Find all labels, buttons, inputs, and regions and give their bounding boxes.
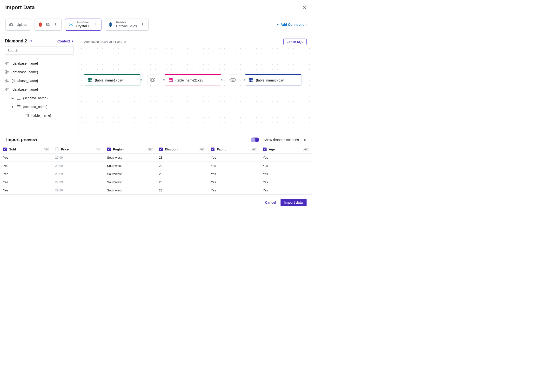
add-connection-button[interactable]: ▼ Add Connection: [277, 23, 306, 27]
search-input[interactable]: [5, 47, 74, 55]
close-icon[interactable]: ✕: [302, 5, 306, 10]
snowflake-card[interactable]: Snowflake Crystal 1 ⋮: [65, 19, 101, 31]
column-header[interactable]: DiscountABC: [156, 145, 208, 154]
table-cell: Yes: [208, 154, 260, 162]
column-header[interactable]: FabricABC: [208, 145, 260, 154]
kebab-icon[interactable]: ⋮: [92, 23, 98, 27]
connector: [140, 75, 165, 85]
column-header[interactable]: RegionABC: [104, 145, 156, 154]
table-cell: Yes: [260, 178, 312, 186]
table-cell: Yes: [260, 170, 312, 178]
svg-rect-22: [7, 89, 9, 90]
flow-node-label: {table_name1}.csv: [95, 78, 123, 82]
canvas[interactable]: Autosaved 8/9/21 at 11:34 AM Edit in SQL…: [79, 34, 312, 133]
flow-node-label: {table_name3}.csv: [256, 78, 284, 82]
svg-rect-6: [5, 64, 7, 65]
refresh-icon[interactable]: ⟳: [29, 39, 33, 43]
svg-rect-21: [5, 90, 7, 91]
table-cell: Yes: [0, 162, 52, 170]
flow-node[interactable]: {table_name2}.csv: [165, 74, 221, 86]
join-node[interactable]: [228, 75, 238, 85]
svg-rect-47: [250, 78, 253, 82]
svg-rect-10: [5, 70, 7, 72]
database-item[interactable]: {database_name}: [5, 77, 74, 85]
table-cell: 29.99: [52, 154, 104, 162]
svg-rect-5: [5, 62, 7, 63]
column-checkbox[interactable]: [55, 147, 59, 151]
table-icon: [249, 78, 253, 82]
column-header[interactable]: AgeABC: [260, 145, 312, 154]
schema-item[interactable]: ▼ {schema_name}: [5, 102, 74, 111]
snowflake-big-label: Crystal 1: [76, 24, 90, 28]
flow-row: {table_name1}.csv {table_name2}.csv: [84, 74, 306, 86]
column-checkbox[interactable]: [159, 147, 163, 151]
table-cell: Yes: [208, 170, 260, 178]
column-header[interactable]: PriceABC: [52, 145, 104, 154]
column-checkbox[interactable]: [3, 147, 7, 151]
svg-rect-20: [5, 88, 7, 89]
database-tree-icon: [5, 87, 9, 92]
footer: Cancel Import data: [0, 195, 312, 210]
column-name: Price: [61, 147, 69, 151]
upload-card[interactable]: Upload: [5, 19, 31, 31]
column-name: Region: [113, 147, 124, 151]
column-checkbox[interactable]: [107, 147, 111, 151]
caret-right-icon: ▶: [11, 97, 14, 100]
table-cell: 23: [156, 162, 208, 170]
table-cell: 23: [156, 170, 208, 178]
table-item[interactable]: {table_name}: [5, 111, 74, 120]
table-cell: Yes: [0, 170, 52, 178]
table-cell: Southwest: [104, 178, 156, 186]
kebab-icon[interactable]: ⋮: [53, 23, 58, 27]
context-dropdown[interactable]: Context ▼: [57, 39, 74, 43]
database-item[interactable]: {database_name}: [5, 85, 74, 94]
table-cell: Southwest: [104, 170, 156, 178]
upload-label: Upload: [17, 23, 27, 27]
column-checkbox[interactable]: [211, 147, 215, 151]
flow-node[interactable]: {table_name1}.csv: [84, 74, 140, 86]
redshift-small-label: Redshift: [116, 21, 137, 24]
titlebar: Import Data ✕: [0, 0, 312, 15]
table-cell: 23: [156, 154, 208, 162]
table-cell: Southwest: [104, 162, 156, 170]
svg-rect-16: [5, 81, 7, 83]
table-cell: 29.99: [52, 162, 104, 170]
column-type: ABC: [199, 148, 205, 151]
kebab-icon[interactable]: ⋮: [140, 23, 145, 27]
database-item[interactable]: {database_name}: [5, 68, 74, 77]
flow-node[interactable]: {table_name3}.csv: [245, 74, 301, 86]
s3-card[interactable]: S3 ⋮: [34, 19, 62, 31]
table-cell: Yes: [0, 178, 52, 186]
cancel-button[interactable]: Cancel: [265, 201, 276, 204]
page-title: Import Data: [5, 4, 35, 11]
column-name: Age: [269, 147, 275, 151]
flow-node-label: {table_name2}.csv: [175, 78, 203, 82]
collapse-icon[interactable]: [303, 138, 306, 141]
svg-rect-35: [89, 78, 92, 82]
join-node[interactable]: [147, 75, 158, 85]
schema-label: {schema_name}: [23, 96, 48, 100]
table-cell: Yes: [260, 154, 312, 162]
svg-rect-12: [7, 71, 9, 73]
database-label: {database_name}: [12, 70, 38, 74]
column-header[interactable]: SoldABC: [0, 145, 52, 154]
schema-item[interactable]: ▶ {schema_name}: [5, 94, 74, 102]
table-cell: Southwest: [104, 154, 156, 162]
show-dropped-toggle[interactable]: [251, 137, 259, 142]
column-checkbox[interactable]: [263, 147, 267, 151]
connector: [221, 75, 245, 85]
database-item[interactable]: {database_name}: [5, 59, 74, 68]
show-dropped-label: Show dropped columns: [264, 138, 299, 142]
import-data-button[interactable]: Import data: [280, 199, 306, 206]
sidebar: Diamond 2 ⟳ Context ▼ {database_name} {d…: [0, 34, 79, 133]
redshift-card[interactable]: Redshift Canvas Sales ⋮: [105, 19, 149, 31]
table-cell: 23: [156, 186, 208, 195]
table-cell: 23: [156, 178, 208, 186]
cloud-upload-icon: [9, 22, 14, 27]
join-icon: [230, 78, 236, 82]
column-type: ABC: [95, 148, 101, 151]
caret-down-icon: ▼: [71, 40, 74, 42]
s3-icon: [38, 22, 43, 27]
svg-rect-17: [7, 80, 9, 82]
edit-sql-button[interactable]: Edit in SQL: [283, 39, 306, 45]
